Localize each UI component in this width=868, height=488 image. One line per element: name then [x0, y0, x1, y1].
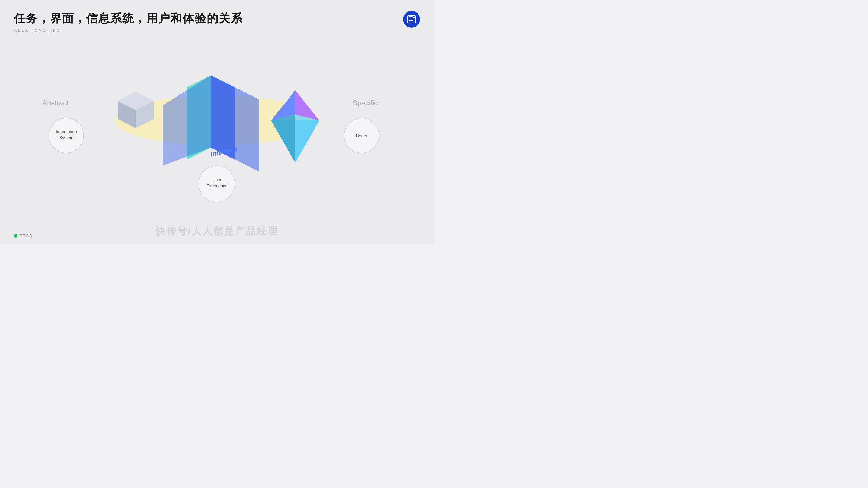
svg-text:Users: Users [356, 133, 367, 138]
logo-icon [407, 15, 416, 24]
header: 任务，界面，信息系统，用户和体验的关系 RELATIONSHIPS [14, 11, 420, 33]
circle-users: Users [344, 118, 379, 153]
scene-svg: Abstract Specific [0, 42, 434, 223]
label-abstract: Abstract [42, 99, 69, 107]
circle-information-system: Information System [49, 118, 84, 153]
svg-text:User: User [212, 177, 221, 182]
title-chinese: 任务，界面，信息系统，用户和体验的关系 [14, 11, 420, 26]
title-sub: RELATIONSHIPS [14, 28, 420, 33]
svg-marker-18 [295, 115, 319, 163]
label-specific: Specific [352, 99, 378, 107]
svg-text:System: System [59, 135, 73, 140]
svg-rect-1 [409, 17, 413, 21]
logo [403, 11, 420, 28]
svg-marker-12 [211, 75, 259, 172]
btsd-text: BTSD [20, 234, 33, 238]
svg-text:Experience: Experience [206, 183, 227, 188]
btsd-dot [14, 234, 18, 238]
slide: 任务，界面，信息系统，用户和体验的关系 RELATIONSHIPS Abstra… [0, 0, 434, 244]
svg-text:Information: Information [56, 129, 77, 134]
circle-user-experience: User Experience [199, 166, 235, 202]
watermark: 快传号/人人都是产品经理 [155, 225, 279, 238]
btsd-brand: BTSD [14, 234, 33, 238]
